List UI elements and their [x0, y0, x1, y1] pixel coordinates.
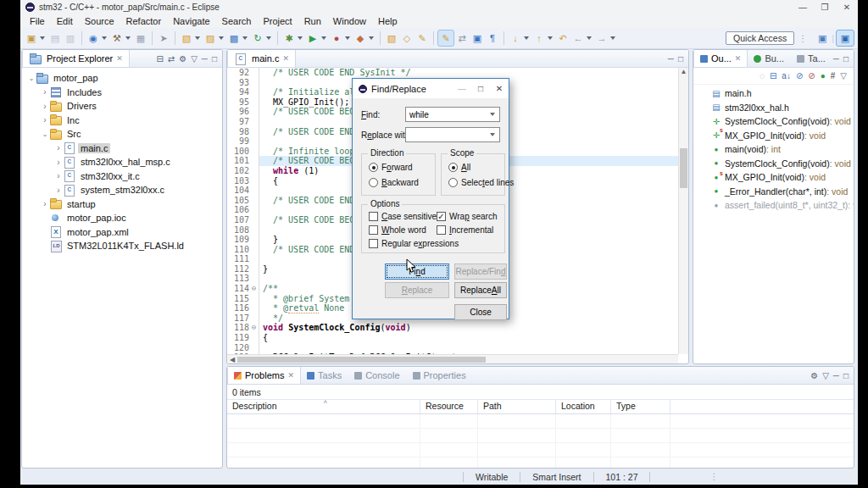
previous-annotation-button[interactable]: ↑ — [531, 30, 555, 47]
menu-navigate[interactable]: Navigate — [167, 15, 215, 27]
tree-item-stm32l011k4tx-flash-ld[interactable]: STM32L011K4Tx_FLASH.ld — [22, 239, 222, 253]
search-button[interactable]: ✎ — [415, 30, 430, 47]
profile-dropdown-icon[interactable] — [345, 36, 350, 40]
filters-icon[interactable]: ⚙ — [179, 54, 186, 64]
collapse-all-icon[interactable]: ⊟ — [156, 54, 163, 64]
dialog-close-icon[interactable]: ✕ — [490, 84, 509, 93]
column-header-type[interactable]: Type — [611, 400, 670, 413]
forward-dropdown-icon[interactable] — [610, 36, 615, 40]
tree-item-stm32l0xx-it-c[interactable]: ›stm32l0xx_it.c — [22, 169, 222, 184]
menu-search[interactable]: Search — [216, 15, 258, 27]
tree-item-includes[interactable]: ›Includes — [22, 86, 222, 100]
find-input[interactable]: while — [405, 107, 500, 122]
column-header-location[interactable]: Location — [556, 400, 611, 413]
tree-item-inc[interactable]: ›Inc — [22, 114, 222, 128]
next-annotation-dropdown-icon[interactable] — [524, 36, 529, 40]
problems-tab-close-icon[interactable]: ✕ — [287, 371, 294, 380]
horizontal-scroll-thumb[interactable] — [237, 357, 486, 363]
outline-item[interactable]: ●_Error_Handler(char*, int) : void — [693, 185, 854, 199]
tree-expander-icon[interactable]: › — [41, 87, 49, 97]
mark-occurrences-button[interactable]: ✎ — [437, 30, 454, 47]
tree-expander-icon[interactable]: › — [54, 158, 63, 167]
checkbox-icon[interactable]: ✓ — [437, 212, 446, 221]
hide-static-members-icon[interactable]: ⊘ — [808, 71, 815, 80]
refresh-button[interactable]: ↻ — [250, 30, 274, 47]
outline-item[interactable]: ●sMX_GPIO_Init(void) : void — [693, 170, 854, 185]
link-with-editor-icon[interactable]: ⇄ — [168, 54, 175, 64]
run-button[interactable]: ▶ — [305, 30, 329, 47]
radio-scope-0[interactable]: All — [448, 163, 470, 172]
replace-combo-chevron-icon[interactable] — [490, 133, 495, 136]
view-menu-icon[interactable]: ▽ — [191, 54, 198, 64]
link-with-editor-icon[interactable]: ◌ — [760, 71, 765, 80]
radio-icon[interactable] — [369, 163, 378, 172]
problems-menu-chevron-icon[interactable]: ▽ — [822, 371, 829, 380]
tree-expander-icon[interactable]: › — [54, 143, 63, 152]
quick-access-button[interactable]: Quick Access — [726, 31, 794, 45]
editor-horizontal-scrollbar[interactable]: ◀ — [227, 354, 678, 363]
radio-icon[interactable] — [448, 178, 458, 187]
sort-icon[interactable]: a↓ — [782, 71, 791, 80]
maximize-button[interactable]: ❐ — [814, 3, 836, 12]
column-header-resource[interactable]: Resource — [420, 400, 478, 413]
minimize-button[interactable]: — — [792, 3, 814, 12]
scroll-left-arrow[interactable]: ◀ — [227, 356, 237, 363]
tree-item-startup[interactable]: ›startup — [22, 197, 222, 212]
new-c-file-dropdown-icon[interactable] — [242, 36, 248, 40]
menu-project[interactable]: Project — [257, 15, 298, 27]
column-header-path[interactable]: Path — [478, 400, 556, 413]
scroll-up-arrow[interactable]: ▲ — [679, 68, 688, 77]
hide-fields-icon[interactable]: ⊘ — [796, 71, 803, 80]
new-c-project-dropdown-icon[interactable] — [195, 36, 200, 40]
launch-config-button[interactable]: ◉ — [86, 30, 109, 47]
checkbox--case-sensitive[interactable]: Case sensitive — [369, 212, 437, 221]
forward-button[interactable]: → — [594, 30, 618, 47]
new-c-project-button[interactable]: ▧ — [179, 30, 203, 47]
back-dropdown-icon[interactable] — [587, 36, 592, 40]
vertical-scroll-thumb[interactable] — [680, 148, 687, 188]
last-edit-location-button[interactable]: ↶ — [555, 30, 570, 47]
checkbox-icon[interactable] — [369, 212, 378, 221]
checkbox-regular-e-xpressions[interactable]: Regular expressions — [369, 239, 459, 248]
outline-maximize-icon[interactable]: □ — [843, 54, 849, 64]
tree-item-system-stm32l0xx-c[interactable]: ›system_stm32l0xx.c — [22, 183, 222, 197]
external-tools-button[interactable]: ◆ — [353, 30, 376, 47]
back-button[interactable]: ← — [570, 30, 594, 47]
editor-tab-close-icon[interactable]: ✕ — [282, 54, 289, 63]
menu-edit[interactable]: Edit — [51, 15, 79, 27]
editor-maximize-icon[interactable]: □ — [678, 54, 683, 64]
debug-dropdown-icon[interactable] — [298, 36, 303, 40]
tree-item-motor-pap[interactable]: ⌄motor_pap — [22, 71, 222, 86]
radio-icon[interactable] — [369, 178, 378, 187]
tree-expander-icon[interactable]: › — [54, 186, 63, 195]
tree-item-drivers[interactable]: ›Drivers — [22, 99, 222, 114]
open-folder-button[interactable]: ▧ — [384, 30, 399, 47]
new-wizard-button[interactable]: ▣ — [24, 30, 47, 47]
new-wizard-dropdown-icon[interactable] — [40, 36, 45, 40]
build-dropdown-icon[interactable] — [125, 36, 131, 40]
tree-expander-icon[interactable]: › — [41, 102, 49, 111]
outline-item[interactable]: ●assert_failed(uint8_t*, uint32_t) : vc — [693, 198, 854, 213]
new-project-button[interactable]: ▨ — [203, 30, 226, 47]
editor-vertical-scrollbar[interactable]: ▲ — [678, 68, 688, 354]
outline-item[interactable]: ✛sMX_GPIO_Init(void) : void — [693, 129, 854, 143]
editor-minimize-icon[interactable]: ─ — [668, 54, 674, 64]
tab-close-icon[interactable]: ✕ — [116, 54, 123, 63]
dialog-titlebar[interactable]: Find/Replace — □ ✕ — [353, 79, 509, 98]
tree-item-src[interactable]: ⌄Src — [22, 127, 222, 141]
problems-maximize-icon[interactable]: □ — [843, 371, 849, 380]
tree-item-main-c[interactable]: ›main.c — [22, 141, 222, 156]
refresh-dropdown-icon[interactable] — [266, 36, 271, 40]
tab-tasks[interactable]: Tasks — [301, 367, 348, 384]
checkbox-icon[interactable] — [437, 225, 446, 235]
menu-file[interactable]: File — [24, 15, 51, 27]
checkbox--incremental[interactable]: Incremental — [437, 225, 493, 235]
build-all-button[interactable]: ▦ — [133, 30, 148, 47]
external-tools-dropdown-icon[interactable] — [369, 36, 374, 40]
radio-icon[interactable] — [448, 163, 458, 172]
problems-view-menu-icon[interactable]: ⚙ — [810, 371, 818, 380]
dialog-maximize-icon[interactable]: □ — [471, 84, 490, 93]
radio-scope-1[interactable]: Selected lines — [448, 178, 514, 187]
profile-button[interactable]: ● — [329, 30, 353, 47]
next-annotation-button[interactable]: ↓ — [508, 30, 531, 47]
